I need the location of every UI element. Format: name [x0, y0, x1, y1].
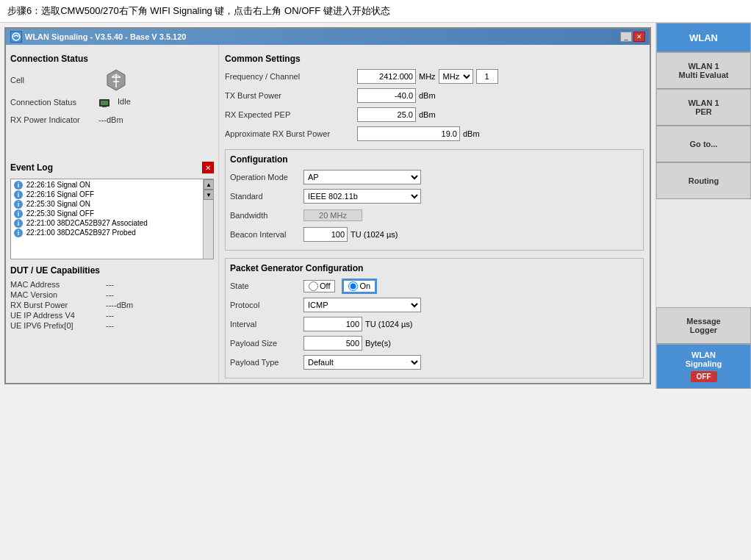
close-button[interactable]: ✕	[633, 32, 645, 42]
info-icon: i	[14, 190, 23, 199]
wlan-top-button[interactable]: WLAN	[656, 23, 751, 52]
beacon-interval-row: Beacon Interval TU (1024 µs)	[230, 226, 639, 243]
info-icon: i	[14, 200, 23, 209]
operation-mode-row: Operation Mode AP	[230, 169, 639, 185]
list-item: i 22:26:16 Signal ON	[14, 181, 210, 190]
sidebar-btn-wlan1-multi[interactable]: WLAN 1Multi Evaluat	[656, 52, 751, 89]
payload-size-row: Payload Size Byte(s)	[230, 335, 639, 351]
conn-status-label: Connection Status	[10, 98, 98, 107]
info-icon: i	[14, 209, 23, 218]
state-radio-group: Off On	[303, 279, 376, 293]
standard-select[interactable]: IEEE 802.11b	[303, 189, 421, 204]
frequency-unit-select[interactable]: MHz	[439, 69, 473, 84]
wlan-signaling-off-badge: OFF	[691, 371, 717, 382]
instruction-bar: 步骤6：选取CMW500/270右下角 WIFI Signaling 键，点击右…	[0, 0, 751, 23]
cell-row: Cell	[10, 68, 214, 92]
payload-type-select[interactable]: Default	[303, 355, 421, 370]
mac-address-label: MAC Address	[10, 280, 106, 289]
payload-type-label: Payload Type	[230, 358, 303, 367]
configuration-title: Configuration	[230, 154, 639, 165]
connection-status-row: Connection Status Idle	[10, 95, 214, 110]
packet-generator-section: Packet Generator Configuration State Off	[225, 258, 644, 378]
approx-rx-unit: dBm	[463, 129, 480, 138]
title-bar: WLAN Signaling - V3.5.40 - Base V 3.5.12…	[6, 29, 650, 45]
rx-pep-input[interactable]	[357, 107, 416, 122]
minimize-button[interactable]: _	[620, 32, 632, 42]
state-on-radio[interactable]	[348, 281, 358, 291]
beacon-input[interactable]	[303, 227, 348, 242]
list-item: i 22:21:00 38D2CA52B927 Associated	[14, 219, 210, 228]
sidebar-btn-message-logger[interactable]: MessageLogger	[656, 307, 751, 344]
protocol-select[interactable]: ICMP	[303, 298, 421, 312]
interval-input[interactable]	[303, 317, 362, 331]
approx-rx-input[interactable]	[357, 126, 460, 141]
tx-burst-row: TX Burst Power dBm	[225, 87, 644, 104]
scroll-down-button[interactable]: ▼	[204, 190, 214, 200]
svg-point-0	[12, 33, 20, 40]
interval-label: Interval	[230, 320, 303, 329]
sidebar-btn-wlan-signaling[interactable]: WLAN Signaling OFF	[656, 344, 751, 389]
common-settings-title: Common Settings	[225, 54, 644, 64]
ue-ip-v4-value: ---	[106, 311, 114, 320]
sidebar-btn-goto[interactable]: Go to...	[656, 126, 751, 162]
state-off-option[interactable]: Off	[303, 280, 335, 292]
rx-power-row: RX Power Indicator ---dBm	[10, 112, 214, 127]
state-row: State Off On	[230, 278, 639, 294]
wlan-window: WLAN Signaling - V3.5.40 - Base V 3.5.12…	[4, 27, 651, 384]
operation-mode-select[interactable]: AP	[303, 170, 421, 184]
spacer1	[10, 130, 214, 152]
mac-version-value: ---	[106, 290, 114, 299]
svg-rect-9	[102, 107, 107, 107]
standard-row: Standard IEEE 802.11b	[230, 188, 639, 204]
bandwidth-value: 20 MHz	[303, 209, 362, 221]
info-icon: i	[14, 181, 23, 190]
scroll-up-button[interactable]: ▲	[204, 179, 214, 190]
window-body: Connection Status Cell	[6, 45, 650, 383]
dut-title: DUT / UE Capabilities	[10, 265, 214, 276]
approx-rx-label: Approximate RX Burst Power	[225, 129, 357, 138]
sidebar-btn-wlan1-per[interactable]: WLAN 1PER	[656, 89, 751, 126]
mac-version-row: MAC Version ---	[10, 290, 214, 299]
list-item: i 22:26:16 Signal OFF	[14, 190, 210, 199]
rx-power-value: ---dBm	[98, 115, 123, 124]
window-area: WLAN Signaling - V3.5.40 - Base V 3.5.12…	[0, 23, 655, 389]
frequency-label: Frequency / Channel	[225, 72, 357, 81]
sidebar-spacer	[656, 199, 751, 307]
tx-burst-label: TX Burst Power	[225, 91, 357, 100]
sidebar-btn-routing[interactable]: Routing	[656, 162, 751, 199]
protocol-row: Protocol ICMP	[230, 297, 639, 313]
state-off-radio[interactable]	[309, 281, 318, 291]
bandwidth-row: Bandwidth 20 MHz	[230, 207, 639, 223]
rx-pep-unit: dBm	[419, 110, 436, 119]
ue-ip-v6-label: UE IPV6 Prefix[0]	[10, 321, 106, 330]
cell-label: Cell	[10, 76, 98, 85]
list-item: i 22:25:30 Signal ON	[14, 200, 210, 209]
packet-generator-title: Packet Generator Configuration	[230, 263, 639, 273]
title-bar-left: WLAN Signaling - V3.5.40 - Base V 3.5.12…	[10, 31, 186, 43]
ue-ip-v4-label: UE IP Address V4	[10, 311, 106, 320]
frequency-input[interactable]	[357, 69, 416, 84]
mac-version-label: MAC Version	[10, 290, 106, 299]
interval-unit: TU (1024 µs)	[365, 320, 412, 329]
connection-status-title: Connection Status	[10, 54, 214, 64]
wlan-icon	[10, 31, 22, 43]
tx-burst-input[interactable]	[357, 88, 416, 103]
event-log-close-button[interactable]: ✕	[202, 162, 214, 173]
cell-tower-icon	[104, 68, 128, 92]
payload-size-input[interactable]	[303, 336, 362, 351]
main-layout: WLAN Signaling - V3.5.40 - Base V 3.5.12…	[0, 23, 751, 389]
protocol-label: Protocol	[230, 301, 303, 309]
event-log-scrollbar[interactable]: ▲ ▼	[203, 179, 213, 259]
dut-section: DUT / UE Capabilities MAC Address --- MA…	[10, 265, 214, 330]
bandwidth-label: Bandwidth	[230, 211, 303, 220]
approx-rx-row: Approximate RX Burst Power dBm	[225, 126, 644, 142]
mhz-unit: MHz	[419, 72, 436, 81]
interval-row: Interval TU (1024 µs)	[230, 316, 639, 332]
channel-input[interactable]	[476, 69, 498, 84]
event-log-content: i 22:26:16 Signal ON i 22:26:16 Signal O…	[11, 179, 213, 240]
rx-burst-value: ----dBm	[106, 301, 133, 309]
ue-ip-v4-row: UE IP Address V4 ---	[10, 311, 214, 320]
rx-power-label: RX Power Indicator	[10, 115, 98, 124]
state-on-option[interactable]: On	[342, 279, 376, 293]
list-item: i 22:21:00 38D2CA52B927 Probed	[14, 229, 210, 237]
